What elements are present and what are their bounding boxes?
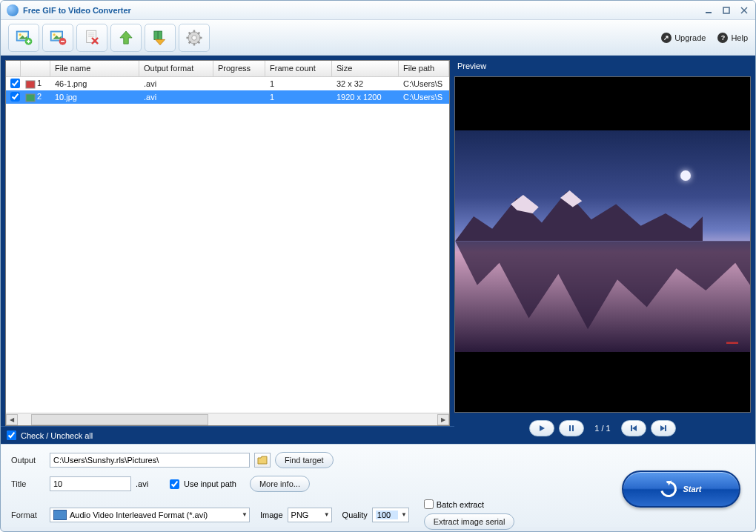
title-ext: .avi [136, 479, 165, 488]
svg-marker-48 [660, 425, 665, 431]
svg-line-35 [198, 32, 199, 33]
svg-marker-26 [156, 39, 165, 44]
check-all-checkbox[interactable] [7, 430, 16, 440]
row-checkbox[interactable] [10, 79, 20, 88]
svg-rect-49 [665, 425, 666, 431]
svg-rect-24 [154, 31, 158, 39]
move-down-button[interactable] [145, 24, 176, 52]
chevron-down-icon: ▼ [401, 511, 407, 518]
start-button[interactable]: Start [622, 471, 740, 508]
file-list: File name Output format Progress Frame c… [5, 60, 450, 426]
svg-marker-43 [540, 425, 545, 431]
image-label: Image [260, 511, 283, 519]
list-body[interactable]: 146-1.png.avi132 x 32C:\Users\S210.jpg.a… [6, 77, 449, 413]
preview-box: ▬▬ [454, 76, 751, 413]
start-label: Start [683, 485, 701, 493]
title-input[interactable] [50, 476, 131, 491]
image-value: PNG [291, 511, 321, 519]
col-filename[interactable]: File name [50, 61, 139, 76]
table-row[interactable]: 210.jpg.avi11920 x 1200C:\Users\S [6, 90, 449, 104]
output-path-input[interactable] [50, 453, 250, 468]
preview-label: Preview [454, 60, 751, 72]
image-format-combo[interactable]: PNG ▼ [288, 508, 332, 522]
maximize-button[interactable] [721, 5, 732, 16]
prev-frame-button[interactable] [621, 420, 646, 436]
svg-rect-44 [569, 425, 571, 431]
add-file-button[interactable] [8, 24, 39, 52]
main-area: File name Output format Progress Frame c… [1, 56, 755, 444]
close-button[interactable] [739, 5, 749, 16]
minimize-button[interactable] [703, 5, 714, 16]
pause-button[interactable] [559, 420, 584, 436]
svg-rect-45 [572, 425, 574, 431]
check-all-label: Check / Uncheck all [21, 431, 93, 440]
clear-list-button[interactable] [76, 24, 107, 52]
format-value: Audio Video Interleaved Format (*.avi) [70, 511, 239, 519]
extract-image-serial-button[interactable]: Extract image serial [424, 513, 515, 530]
col-file-path[interactable]: File path [399, 61, 449, 76]
chevron-down-icon: ▼ [242, 511, 248, 518]
play-controls: 1 / 1 [454, 417, 751, 439]
preview-image [455, 130, 750, 351]
svg-rect-46 [631, 425, 632, 431]
svg-rect-37 [26, 81, 35, 88]
browse-output-button[interactable] [254, 453, 271, 468]
title-label: Title [11, 479, 45, 488]
help-link[interactable]: ? Help [717, 33, 748, 43]
svg-point-6 [19, 33, 21, 36]
col-output-format[interactable]: Output format [139, 61, 213, 76]
use-input-path-label: Use input path [184, 479, 236, 488]
next-frame-button[interactable] [651, 420, 676, 436]
col-frame-count[interactable]: Frame count [265, 61, 332, 76]
col-size[interactable]: Size [332, 61, 399, 76]
row-checkbox[interactable] [10, 92, 20, 102]
app-title: Free GIF to Video Converter [23, 6, 703, 15]
svg-line-34 [198, 41, 199, 42]
format-combo[interactable]: Audio Video Interleaved Format (*.avi) ▼ [50, 508, 250, 522]
play-button[interactable] [529, 420, 554, 436]
svg-marker-42 [455, 241, 750, 329]
titlebar: Free GIF to Video Converter [1, 1, 755, 20]
svg-marker-47 [632, 425, 637, 431]
svg-marker-23 [120, 31, 132, 44]
start-icon [657, 478, 680, 500]
svg-line-36 [189, 41, 190, 42]
table-row[interactable]: 146-1.png.avi132 x 32C:\Users\S [6, 77, 449, 90]
preview-panel: Preview ▬▬ 1 / 1 [454, 60, 751, 439]
find-target-button[interactable]: Find target [275, 452, 334, 468]
remove-file-button[interactable] [42, 24, 73, 52]
svg-rect-1 [723, 7, 729, 13]
svg-point-13 [53, 33, 56, 36]
col-progress[interactable]: Progress [213, 61, 265, 76]
chevron-down-icon: ▼ [324, 511, 330, 518]
quality-label: Quality [342, 511, 368, 519]
upgrade-label: Upgrade [674, 33, 706, 42]
svg-point-28 [192, 35, 197, 40]
output-label: Output [11, 456, 45, 465]
help-label: Help [731, 33, 748, 42]
batch-extract-label: Batch extract [437, 500, 484, 509]
bottom-panel: Output Find target Title .avi Use input … [1, 444, 755, 527]
batch-extract-checkbox[interactable] [424, 499, 434, 509]
settings-button[interactable] [179, 24, 210, 52]
svg-rect-25 [159, 31, 162, 39]
upgrade-icon: ↗ [661, 33, 672, 43]
help-icon: ? [717, 33, 728, 43]
quality-combo[interactable]: 100 ▼ [372, 508, 409, 522]
quality-value: 100 [376, 511, 398, 519]
avi-format-icon [53, 510, 67, 520]
toolbar: ↗ Upgrade ? Help [1, 20, 755, 56]
watermark: ▬▬ [726, 339, 738, 345]
use-input-path-checkbox[interactable] [170, 479, 179, 489]
list-header: File name Output format Progress Frame c… [6, 61, 449, 77]
app-window: Free GIF to Video Converter ↗ [0, 0, 756, 532]
horizontal-scrollbar[interactable]: ◀ ▶ [6, 413, 449, 425]
check-all-strip: Check / Uncheck all [1, 426, 454, 444]
more-info-button[interactable]: More info... [250, 476, 310, 492]
app-icon [7, 4, 19, 16]
move-up-button[interactable] [110, 24, 142, 52]
svg-rect-38 [26, 94, 35, 102]
upgrade-link[interactable]: ↗ Upgrade [661, 33, 706, 43]
frame-counter: 1 / 1 [594, 424, 610, 433]
format-label: Format [11, 511, 45, 519]
